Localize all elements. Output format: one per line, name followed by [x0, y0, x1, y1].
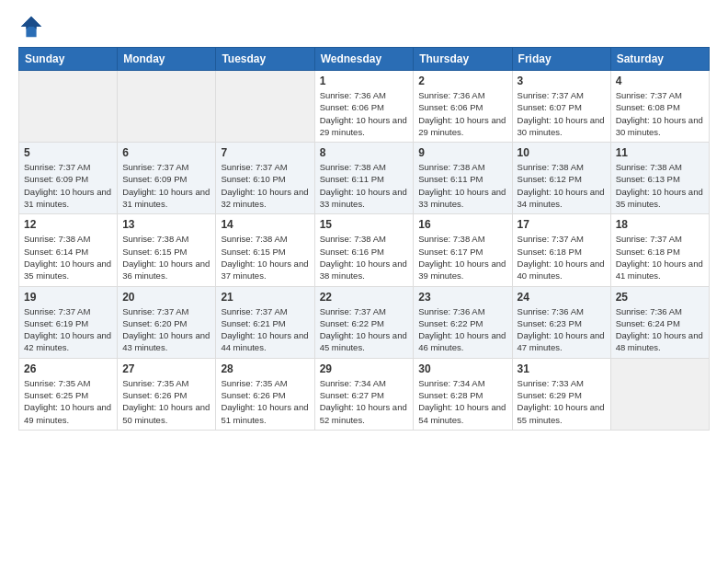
- calendar-cell: 21Sunrise: 7:37 AMSunset: 6:21 PMDayligh…: [216, 286, 314, 358]
- calendar-cell: 4Sunrise: 7:37 AMSunset: 6:08 PMDaylight…: [610, 71, 709, 143]
- calendar-cell: 22Sunrise: 7:37 AMSunset: 6:22 PMDayligh…: [314, 286, 414, 358]
- calendar-cell: 5Sunrise: 7:37 AMSunset: 6:09 PMDaylight…: [19, 143, 118, 214]
- cell-content: Sunrise: 7:36 AMSunset: 6:24 PMDaylight:…: [616, 305, 704, 354]
- col-header-sunday: Sunday: [19, 48, 118, 71]
- calendar-cell: 11Sunrise: 7:38 AMSunset: 6:13 PMDayligh…: [610, 143, 709, 214]
- cell-content: Sunrise: 7:37 AMSunset: 6:07 PMDaylight:…: [518, 89, 606, 138]
- col-header-thursday: Thursday: [414, 48, 512, 71]
- calendar-cell: 31Sunrise: 7:33 AMSunset: 6:29 PMDayligh…: [512, 358, 610, 430]
- calendar-week-row: 12Sunrise: 7:38 AMSunset: 6:14 PMDayligh…: [19, 214, 710, 286]
- calendar-cell: 12Sunrise: 7:38 AMSunset: 6:14 PMDayligh…: [19, 214, 118, 286]
- day-number: 20: [122, 291, 210, 304]
- day-number: 15: [320, 218, 409, 231]
- calendar-week-row: 5Sunrise: 7:37 AMSunset: 6:09 PMDaylight…: [19, 143, 710, 214]
- calendar-cell: 8Sunrise: 7:38 AMSunset: 6:11 PMDaylight…: [314, 143, 414, 214]
- cell-content: Sunrise: 7:37 AMSunset: 6:21 PMDaylight:…: [221, 305, 309, 354]
- day-number: 21: [221, 291, 309, 304]
- calendar-week-row: 26Sunrise: 7:35 AMSunset: 6:25 PMDayligh…: [19, 358, 710, 430]
- calendar-cell: [216, 71, 314, 143]
- day-number: 17: [518, 218, 606, 231]
- calendar-cell: 23Sunrise: 7:36 AMSunset: 6:22 PMDayligh…: [414, 286, 512, 358]
- cell-content: Sunrise: 7:37 AMSunset: 6:22 PMDaylight:…: [320, 305, 409, 354]
- day-number: 6: [122, 146, 210, 159]
- cell-content: Sunrise: 7:36 AMSunset: 6:06 PMDaylight:…: [418, 89, 506, 138]
- cell-content: Sunrise: 7:35 AMSunset: 6:26 PMDaylight:…: [221, 377, 309, 426]
- day-number: 30: [418, 362, 506, 375]
- day-number: 28: [221, 362, 309, 375]
- day-number: 11: [616, 146, 704, 159]
- calendar-table: SundayMondayTuesdayWednesdayThursdayFrid…: [18, 47, 710, 431]
- day-number: 26: [24, 362, 112, 375]
- cell-content: Sunrise: 7:37 AMSunset: 6:19 PMDaylight:…: [24, 305, 112, 354]
- calendar-cell: 26Sunrise: 7:35 AMSunset: 6:25 PMDayligh…: [19, 358, 118, 430]
- calendar-cell: 19Sunrise: 7:37 AMSunset: 6:19 PMDayligh…: [19, 286, 118, 358]
- calendar-container: SundayMondayTuesdayWednesdayThursdayFrid…: [0, 0, 728, 440]
- cell-content: Sunrise: 7:34 AMSunset: 6:27 PMDaylight:…: [320, 377, 409, 426]
- day-number: 31: [518, 362, 606, 375]
- cell-content: Sunrise: 7:36 AMSunset: 6:22 PMDaylight:…: [418, 305, 506, 354]
- cell-content: Sunrise: 7:38 AMSunset: 6:12 PMDaylight:…: [518, 161, 606, 210]
- cell-content: Sunrise: 7:36 AMSunset: 6:23 PMDaylight:…: [518, 305, 606, 354]
- day-number: 27: [122, 362, 210, 375]
- col-header-friday: Friday: [512, 48, 610, 71]
- day-number: 3: [518, 75, 606, 87]
- calendar-week-row: 1Sunrise: 7:36 AMSunset: 6:06 PMDaylight…: [19, 71, 710, 143]
- calendar-cell: 27Sunrise: 7:35 AMSunset: 6:26 PMDayligh…: [118, 358, 216, 430]
- cell-content: Sunrise: 7:37 AMSunset: 6:18 PMDaylight:…: [518, 233, 606, 282]
- calendar-cell: 9Sunrise: 7:38 AMSunset: 6:11 PMDaylight…: [414, 143, 512, 214]
- day-number: 12: [24, 218, 112, 231]
- calendar-cell: 3Sunrise: 7:37 AMSunset: 6:07 PMDaylight…: [512, 71, 610, 143]
- calendar-cell: 17Sunrise: 7:37 AMSunset: 6:18 PMDayligh…: [512, 214, 610, 286]
- cell-content: Sunrise: 7:38 AMSunset: 6:17 PMDaylight:…: [418, 233, 506, 282]
- cell-content: Sunrise: 7:35 AMSunset: 6:26 PMDaylight:…: [122, 377, 210, 426]
- calendar-cell: 16Sunrise: 7:38 AMSunset: 6:17 PMDayligh…: [414, 214, 512, 286]
- calendar-cell: 25Sunrise: 7:36 AMSunset: 6:24 PMDayligh…: [610, 286, 709, 358]
- calendar-cell: 20Sunrise: 7:37 AMSunset: 6:20 PMDayligh…: [118, 286, 216, 358]
- day-number: 9: [418, 146, 506, 159]
- cell-content: Sunrise: 7:36 AMSunset: 6:06 PMDaylight:…: [320, 89, 409, 138]
- calendar-cell: 2Sunrise: 7:36 AMSunset: 6:06 PMDaylight…: [414, 71, 512, 143]
- day-number: 7: [221, 146, 309, 159]
- cell-content: Sunrise: 7:37 AMSunset: 6:20 PMDaylight:…: [122, 305, 210, 354]
- calendar-cell: 14Sunrise: 7:38 AMSunset: 6:15 PMDayligh…: [216, 214, 314, 286]
- col-header-wednesday: Wednesday: [314, 48, 414, 71]
- day-number: 16: [418, 218, 506, 231]
- calendar-cell: 28Sunrise: 7:35 AMSunset: 6:26 PMDayligh…: [216, 358, 314, 430]
- col-header-monday: Monday: [118, 48, 216, 71]
- day-number: 1: [320, 75, 409, 87]
- calendar-cell: 30Sunrise: 7:34 AMSunset: 6:28 PMDayligh…: [414, 358, 512, 430]
- calendar-cell: 29Sunrise: 7:34 AMSunset: 6:27 PMDayligh…: [314, 358, 414, 430]
- calendar-cell: [610, 358, 709, 430]
- day-number: 4: [616, 75, 704, 87]
- cell-content: Sunrise: 7:38 AMSunset: 6:11 PMDaylight:…: [320, 161, 409, 210]
- cell-content: Sunrise: 7:38 AMSunset: 6:15 PMDaylight:…: [122, 233, 210, 282]
- calendar-cell: [118, 71, 216, 143]
- cell-content: Sunrise: 7:37 AMSunset: 6:09 PMDaylight:…: [122, 161, 210, 210]
- logo: [18, 14, 48, 40]
- calendar-cell: 10Sunrise: 7:38 AMSunset: 6:12 PMDayligh…: [512, 143, 610, 214]
- calendar-cell: 1Sunrise: 7:36 AMSunset: 6:06 PMDaylight…: [314, 71, 414, 143]
- day-number: 29: [320, 362, 409, 375]
- calendar-week-row: 19Sunrise: 7:37 AMSunset: 6:19 PMDayligh…: [19, 286, 710, 358]
- calendar-cell: 18Sunrise: 7:37 AMSunset: 6:18 PMDayligh…: [610, 214, 709, 286]
- cell-content: Sunrise: 7:38 AMSunset: 6:16 PMDaylight:…: [320, 233, 409, 282]
- day-number: 23: [418, 291, 506, 304]
- cell-content: Sunrise: 7:34 AMSunset: 6:28 PMDaylight:…: [418, 377, 506, 426]
- col-header-saturday: Saturday: [610, 48, 709, 71]
- cell-content: Sunrise: 7:38 AMSunset: 6:11 PMDaylight:…: [418, 161, 506, 210]
- cell-content: Sunrise: 7:33 AMSunset: 6:29 PMDaylight:…: [518, 377, 606, 426]
- day-number: 13: [122, 218, 210, 231]
- day-number: 24: [518, 291, 606, 304]
- calendar-cell: 7Sunrise: 7:37 AMSunset: 6:10 PMDaylight…: [216, 143, 314, 214]
- day-number: 2: [418, 75, 506, 87]
- calendar-header-row: SundayMondayTuesdayWednesdayThursdayFrid…: [19, 48, 710, 71]
- cell-content: Sunrise: 7:38 AMSunset: 6:13 PMDaylight:…: [616, 161, 704, 210]
- cell-content: Sunrise: 7:37 AMSunset: 6:18 PMDaylight:…: [616, 233, 704, 282]
- day-number: 8: [320, 146, 409, 159]
- cell-content: Sunrise: 7:37 AMSunset: 6:08 PMDaylight:…: [616, 89, 704, 138]
- cell-content: Sunrise: 7:38 AMSunset: 6:15 PMDaylight:…: [221, 233, 309, 282]
- day-number: 19: [24, 291, 112, 304]
- day-number: 18: [616, 218, 704, 231]
- cell-content: Sunrise: 7:35 AMSunset: 6:25 PMDaylight:…: [24, 377, 112, 426]
- day-number: 5: [24, 146, 112, 159]
